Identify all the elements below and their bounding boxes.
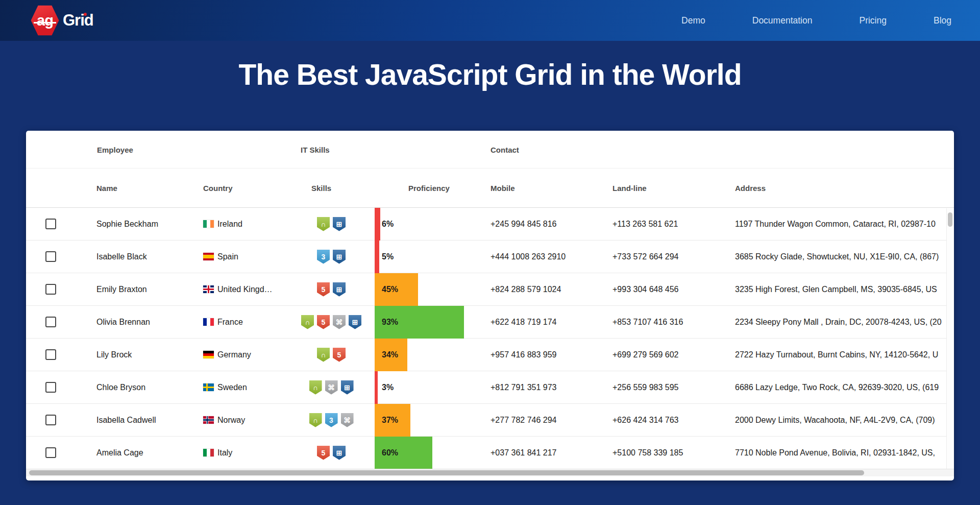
country-cell[interactable]: Spain [194, 252, 294, 261]
skills-cell[interactable]: 5⊞ [294, 282, 369, 297]
country-cell[interactable]: Germany [194, 350, 294, 359]
skills-cell[interactable]: ∩⌘⊞ [294, 380, 369, 395]
country-cell[interactable]: Italy [194, 448, 294, 458]
proficiency-cell[interactable]: 60% [369, 437, 481, 469]
address-cell[interactable]: 1197 Thunder Wagon Common, Cataract, RI,… [725, 220, 954, 229]
row-select-checkbox[interactable] [45, 415, 56, 425]
column-header-row: Name Country Skills Proficiency Mobile L… [26, 169, 954, 208]
row-select-checkbox[interactable] [45, 349, 56, 360]
checkbox-cell [26, 251, 87, 262]
name-cell[interactable]: Sophie Beckham [87, 220, 194, 229]
landline-cell[interactable]: +256 559 983 595 [603, 383, 725, 392]
column-header-name[interactable]: Name [87, 184, 194, 193]
landline-cell[interactable]: +993 304 648 456 [603, 285, 725, 294]
address-cell[interactable]: 3685 Rocky Glade, Showtucket, NU, X1E-9I… [725, 252, 954, 261]
horizontal-scrollbar-thumb[interactable] [29, 470, 864, 475]
ag-grid-logo[interactable]: ag Grid [31, 5, 93, 36]
row-select-checkbox[interactable] [45, 284, 56, 295]
country-cell[interactable]: Sweden [194, 383, 294, 392]
landline-cell[interactable]: +626 424 314 763 [603, 416, 725, 425]
skills-cell[interactable]: ∩⊞ [294, 217, 369, 231]
horizontal-scrollbar[interactable] [26, 469, 954, 476]
mobile-cell[interactable]: +622 418 719 174 [481, 318, 603, 327]
name-cell[interactable]: Emily Braxton [87, 285, 194, 294]
name-cell[interactable]: Isabelle Black [87, 252, 194, 261]
nav-item-documentation[interactable]: Documentation [752, 15, 813, 26]
nav-item-demo[interactable]: Demo [681, 15, 705, 26]
name-cell[interactable]: Lily Brock [87, 350, 194, 359]
mobile-cell[interactable]: +037 361 841 217 [481, 448, 603, 458]
proficiency-cell[interactable]: 3% [369, 371, 481, 404]
column-header-proficiency[interactable]: Proficiency [369, 184, 481, 193]
column-header-mobile[interactable]: Mobile [481, 184, 603, 193]
proficiency-cell[interactable]: 93% [369, 306, 481, 339]
skills-cell[interactable]: 3⊞ [294, 250, 369, 264]
address-cell[interactable]: 3235 High Forest, Glen Campbell, MS, 390… [725, 285, 954, 294]
mobile-cell[interactable]: +444 1008 263 2910 [481, 252, 603, 261]
proficiency-cell[interactable]: 34% [369, 339, 481, 371]
address-cell[interactable]: 2722 Hazy Turnabout, Burnt Cabins, NY, 1… [725, 350, 954, 359]
proficiency-cell[interactable]: 45% [369, 273, 481, 306]
row-select-checkbox[interactable] [45, 447, 56, 458]
nav-item-pricing[interactable]: Pricing [859, 15, 887, 26]
group-header-it-skills[interactable]: IT Skills [301, 131, 330, 169]
skills-cell[interactable]: ∩5 [294, 348, 369, 362]
country-cell[interactable]: France [194, 318, 294, 327]
row-select-checkbox[interactable] [45, 219, 56, 229]
mobile-cell[interactable]: +277 782 746 294 [481, 416, 603, 425]
address-cell[interactable]: 2234 Sleepy Pony Mall , Drain, DC, 20078… [725, 318, 954, 327]
address-cell[interactable]: 6686 Lazy Ledge, Two Rock, CA, 92639-302… [725, 383, 954, 392]
row-select-checkbox[interactable] [45, 251, 56, 262]
country-cell[interactable]: Norway [194, 416, 294, 425]
landline-cell[interactable]: +733 572 664 294 [603, 252, 725, 261]
group-header-row: Employee IT Skills Contact [26, 131, 954, 169]
name-cell[interactable]: Olivia Brennan [87, 318, 194, 327]
mac-icon: ⌘ [325, 380, 338, 395]
mobile-cell[interactable]: +245 994 845 816 [481, 220, 603, 229]
proficiency-bar [375, 371, 378, 404]
mobile-cell[interactable]: +824 288 579 1024 [481, 285, 603, 294]
skills-cell[interactable]: ∩3⌘ [294, 413, 369, 427]
proficiency-value: 5% [382, 241, 394, 273]
mobile-cell[interactable]: +957 416 883 959 [481, 350, 603, 359]
group-header-employee[interactable]: Employee [97, 131, 133, 169]
country-flag-icon [203, 285, 214, 293]
skills-cell[interactable]: ∩5⌘⊞ [294, 315, 369, 329]
landline-cell[interactable]: +113 263 581 621 [603, 220, 725, 229]
group-header-contact[interactable]: Contact [491, 131, 519, 169]
mobile-cell[interactable]: +812 791 351 973 [481, 383, 603, 392]
name-cell[interactable]: Amelia Cage [87, 448, 194, 458]
country-cell[interactable]: Ireland [194, 220, 294, 229]
country-cell[interactable]: United Kingd… [194, 285, 294, 294]
proficiency-cell[interactable]: 5% [369, 241, 481, 273]
address-cell[interactable]: 2000 Dewy Limits, Wacahoota, NF, A4L-2V9… [725, 416, 954, 425]
android-icon: ∩ [309, 413, 322, 427]
nav-item-blog[interactable]: Blog [934, 15, 951, 26]
checkbox-cell [26, 284, 87, 295]
page-title: The Best JavaScript Grid in the World [0, 58, 980, 91]
checkbox-cell [26, 447, 87, 458]
country-flag-icon [203, 253, 214, 260]
column-header-landline[interactable]: Land-line [603, 184, 725, 193]
landline-cell[interactable]: +699 279 569 602 [603, 350, 725, 359]
column-header-address[interactable]: Address [725, 184, 954, 193]
skills-cell[interactable]: 5⊞ [294, 446, 369, 460]
landline-cell[interactable]: +853 7107 416 316 [603, 318, 725, 327]
checkbox-cell [26, 219, 87, 229]
vertical-scrollbar[interactable] [946, 208, 954, 469]
proficiency-cell[interactable]: 37% [369, 404, 481, 437]
address-cell[interactable]: 7710 Noble Pond Avenue, Bolivia, RI, 029… [725, 448, 954, 458]
vertical-scrollbar-thumb[interactable] [948, 212, 952, 227]
row-select-checkbox[interactable] [45, 382, 56, 393]
table-row: Chloe Bryson Sweden ∩⌘⊞ 3% +812 791 351 … [26, 371, 954, 404]
column-header-skills[interactable]: Skills [294, 184, 369, 193]
column-header-country[interactable]: Country [194, 184, 294, 193]
android-icon: ∩ [309, 380, 322, 395]
proficiency-cell[interactable]: 6% [369, 208, 481, 241]
name-cell[interactable]: Chloe Bryson [87, 383, 194, 392]
row-select-checkbox[interactable] [45, 317, 56, 327]
landline-cell[interactable]: +5100 758 339 185 [603, 448, 725, 458]
name-cell[interactable]: Isabella Cadwell [87, 416, 194, 425]
html5-icon: 5 [333, 348, 346, 362]
checkbox-cell [26, 317, 87, 327]
